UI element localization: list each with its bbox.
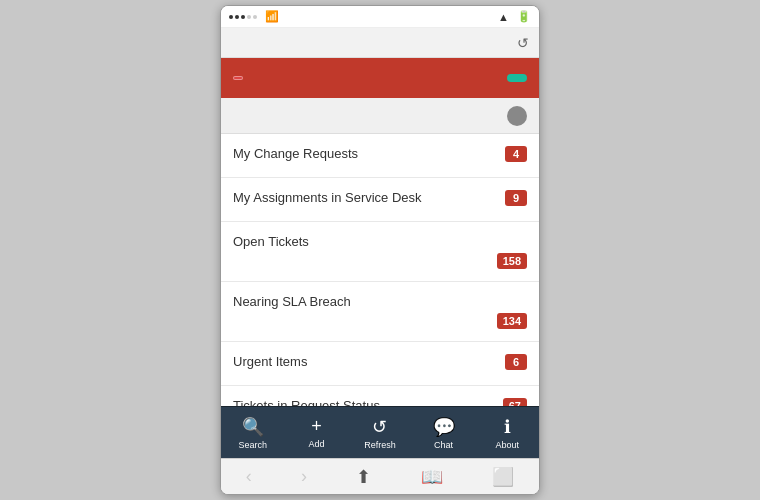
- refresh-icon: ↺: [372, 416, 387, 438]
- menu-item-label: My Assignments in Service Desk: [233, 190, 505, 205]
- bookmarks-button[interactable]: 📖: [409, 462, 455, 492]
- battery-icon: 🔋: [517, 10, 531, 23]
- toolbar-item-chat[interactable]: 💬 Chat: [412, 416, 476, 450]
- menu-item-label: Tickets in Request Status: [233, 398, 503, 406]
- menu-item[interactable]: Open Tickets 158: [221, 222, 539, 282]
- signal-dot-2: [235, 15, 239, 19]
- menu-item-label: Nearing SLA Breach: [233, 294, 351, 309]
- signal-dot-4: [247, 15, 251, 19]
- signal-dots: [229, 15, 257, 19]
- app-header: [221, 58, 539, 98]
- status-bar: 📶 ▲ 🔋: [221, 6, 539, 28]
- menu-item[interactable]: My Change Requests 4: [221, 134, 539, 178]
- signal-dot-1: [229, 15, 233, 19]
- content-area: My Change Requests 4 My Assignments in S…: [221, 134, 539, 406]
- search-label: Search: [239, 440, 268, 450]
- status-right: ▲ 🔋: [498, 10, 531, 23]
- badge-count: 6: [505, 354, 527, 370]
- menu-item-label: Open Tickets: [233, 234, 309, 249]
- tabs-button[interactable]: ⬜: [480, 462, 526, 492]
- bottom-toolbar: 🔍 Search + Add ↺ Refresh 💬 Chat ℹ About: [221, 406, 539, 458]
- add-label: Add: [308, 439, 324, 449]
- forward-button[interactable]: ›: [289, 462, 319, 491]
- toolbar-item-refresh[interactable]: ↺ Refresh: [348, 416, 412, 450]
- signal-dot-3: [241, 15, 245, 19]
- refresh-label: Refresh: [364, 440, 396, 450]
- refresh-icon[interactable]: ↺: [517, 35, 529, 51]
- wifi-icon: 📶: [265, 10, 279, 23]
- badge-count: 67: [503, 398, 527, 406]
- help-icon[interactable]: [507, 106, 527, 126]
- add-icon: +: [311, 416, 322, 437]
- url-bar[interactable]: ↺: [221, 28, 539, 58]
- back-button[interactable]: ‹: [234, 462, 264, 491]
- phone-frame: 📶 ▲ 🔋 ↺ My Change Requests 4 My Assignme…: [220, 5, 540, 495]
- search-icon: 🔍: [242, 416, 264, 438]
- menu-item[interactable]: Tickets in Request Status 67: [221, 386, 539, 406]
- toolbar-item-search[interactable]: 🔍 Search: [221, 416, 285, 450]
- about-icon: ℹ: [504, 416, 511, 438]
- menu-item-label: My Change Requests: [233, 146, 505, 161]
- bmc-logo: [233, 76, 243, 80]
- toolbar-item-add[interactable]: + Add: [285, 416, 349, 449]
- about-label: About: [495, 440, 519, 450]
- badge-count: 134: [497, 313, 527, 329]
- badge-count: 4: [505, 146, 527, 162]
- status-left: 📶: [229, 10, 279, 23]
- chat-icon: 💬: [433, 416, 455, 438]
- chat-label: Chat: [434, 440, 453, 450]
- badge-row: 158: [233, 253, 527, 269]
- views-header: [221, 98, 539, 134]
- location-icon: ▲: [498, 11, 509, 23]
- menu-item-label: Urgent Items: [233, 354, 505, 369]
- badge-row: 134: [233, 313, 527, 329]
- bmc-brand: [233, 76, 243, 80]
- badge-count: 158: [497, 253, 527, 269]
- share-button[interactable]: ⬆: [344, 462, 383, 492]
- toolbar-item-about[interactable]: ℹ About: [475, 416, 539, 450]
- badge-count: 9: [505, 190, 527, 206]
- menu-item[interactable]: My Assignments in Service Desk 9: [221, 178, 539, 222]
- menu-item[interactable]: Urgent Items 6: [221, 342, 539, 386]
- menu-item[interactable]: Nearing SLA Breach 134: [221, 282, 539, 342]
- logout-button[interactable]: [507, 74, 527, 82]
- signal-dot-5: [253, 15, 257, 19]
- bottom-nav: ‹ › ⬆ 📖 ⬜: [221, 458, 539, 494]
